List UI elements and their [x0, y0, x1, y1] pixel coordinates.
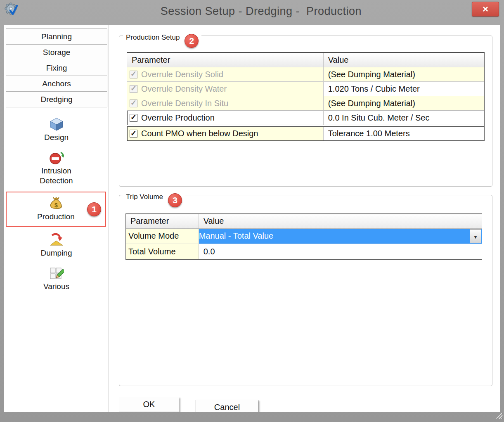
dialog-window: Session Setup - Dredging - Production × … [0, 0, 504, 422]
chevron-down-icon [473, 231, 478, 241]
table-row: Overrule Density In Situ (See Dumping Ma… [127, 96, 484, 111]
trip-volume-table: Parameter Value Volume Mode Manual - Tot… [125, 213, 482, 260]
sidebar-item-label: Intrusion Detection [26, 166, 88, 186]
table-row: Total Volume 0.0 [126, 244, 482, 259]
value-cell[interactable]: 1.020 Tons / Cubic Meter [324, 82, 484, 96]
sidebar-item-label: Design [44, 133, 69, 142]
dump-arrow-icon [8, 232, 104, 248]
value-cell[interactable]: (See Dumping Material) [324, 67, 484, 81]
titlebar: Session Setup - Dredging - Production × [0, 0, 504, 25]
resize-grip-icon[interactable] [495, 412, 503, 421]
sidebar-item-label: Dumping [40, 248, 72, 258]
sidebar-item-various[interactable]: Various [7, 263, 106, 294]
dropdown-selected-value: Manual - Total Value [199, 231, 273, 241]
column-header-value: Value [324, 53, 484, 67]
sidebar-item-storage[interactable]: Storage [6, 44, 107, 60]
sidebar-item-anchors[interactable]: Anchors [6, 76, 107, 92]
parameter-label: Overrule Density In Situ [141, 99, 228, 108]
total-volume-field[interactable]: 0.0 [199, 244, 482, 259]
legend-text: Production Setup [126, 33, 180, 42]
sidebar-item-dredging[interactable]: Dredging [6, 91, 107, 107]
value-cell[interactable]: 0.0 In Situ Cub. Meter / Sec [324, 111, 484, 125]
dropdown-button[interactable] [470, 229, 481, 243]
parameter-label: Overrule Density Water [141, 84, 227, 94]
value-cell[interactable]: Tolerance 1.00 Meters [324, 126, 484, 141]
table-row: Overrule Density Solid (See Dumping Mate… [127, 67, 484, 82]
legend-text: Trip Volume [126, 193, 163, 201]
close-button[interactable]: × [472, 2, 499, 17]
parameter-label: Count PMO when below Design [141, 129, 258, 138]
grid-pencil-icon [8, 266, 104, 282]
table-header: Parameter Value [127, 53, 484, 67]
sidebar-item-fixing[interactable]: Fixing [6, 60, 107, 76]
parameter-cell: Total Volume [126, 244, 199, 259]
production-setup-legend: Production Setup 2 [123, 31, 201, 45]
sidebar-item-planning[interactable]: Planning [6, 28, 107, 45]
annotation-step-1: 1 [87, 202, 101, 216]
cancel-button[interactable]: Cancel [196, 400, 258, 412]
checkbox-checked[interactable] [130, 100, 137, 107]
table-header: Parameter Value [126, 214, 482, 229]
table-row: Volume Mode Manual - Total Value [126, 229, 482, 244]
window-title: Session Setup - Dredging - Production [18, 0, 504, 18]
stop-sign-icon [8, 150, 104, 166]
sidebar-item-label: Various [43, 282, 69, 292]
dredging-subitems: Design Intrusion Detection [4, 113, 109, 296]
trip-volume-legend: Trip Volume 3 [123, 190, 185, 204]
sidebar: Planning Storage Fixing Anchors Dredging… [4, 25, 109, 412]
column-header-value: Value [199, 214, 482, 228]
annotation-step-3: 3 [168, 193, 182, 207]
sidebar-item-production[interactable]: $ Production 1 [6, 192, 106, 227]
column-header-parameter: Parameter [126, 214, 199, 228]
sidebar-item-label: Production [37, 212, 75, 222]
production-setup-table: Parameter Value Overrule Density Solid (… [127, 52, 485, 141]
main-panel: Production Setup 2 Parameter Value Overr… [109, 25, 500, 412]
checkbox-checked[interactable] [130, 85, 137, 93]
sidebar-item-dumping[interactable]: Dumping [7, 230, 106, 261]
production-setup-group: Production Setup 2 Parameter Value Overr… [119, 36, 492, 187]
parameter-label: Overrule Density Solid [141, 70, 223, 79]
checkbox-checked[interactable] [130, 114, 137, 122]
trip-volume-group: Trip Volume 3 Parameter Value Volume Mod… [119, 195, 492, 386]
ok-button[interactable]: OK [119, 397, 179, 412]
column-header-parameter: Parameter [127, 53, 324, 67]
table-row: Overrule Density Water 1.020 Tons / Cubi… [127, 82, 484, 96]
close-icon: × [483, 3, 488, 15]
svg-text:$: $ [54, 202, 58, 209]
checkbox-checked[interactable] [130, 71, 137, 78]
volume-mode-dropdown[interactable]: Manual - Total Value [199, 229, 482, 244]
dialog-body: Planning Storage Fixing Anchors Dredging… [4, 25, 500, 412]
sidebar-item-design[interactable]: Design [7, 114, 106, 145]
table-row: Overrule Production 0.0 In Situ Cub. Met… [127, 111, 484, 125]
table-row: Count PMO when below Design Tolerance 1.… [127, 126, 484, 141]
annotation-step-2: 2 [185, 34, 199, 48]
parameter-cell: Volume Mode [126, 229, 199, 244]
sidebar-item-intrusion-detection[interactable]: Intrusion Detection [7, 148, 106, 189]
footer-buttons: OK Cancel [119, 397, 492, 412]
app-gear-check-icon [3, 2, 18, 19]
parameter-label: Overrule Production [141, 113, 215, 123]
value-cell[interactable]: (See Dumping Material) [324, 96, 484, 110]
checkbox-checked[interactable] [130, 130, 137, 138]
cube-icon [8, 117, 104, 133]
